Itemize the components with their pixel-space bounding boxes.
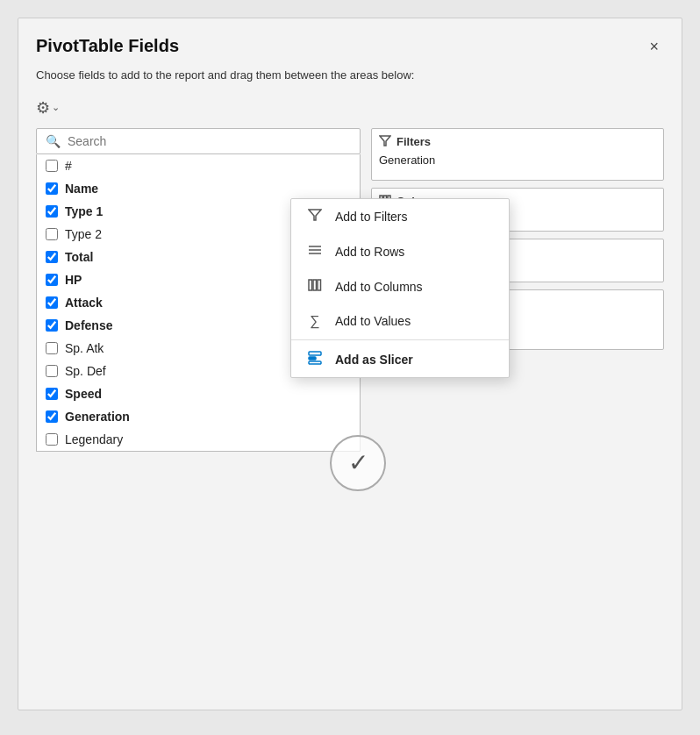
gear-icon: ⚙ (36, 98, 50, 118)
close-button[interactable]: × (644, 37, 664, 56)
context-menu: Add to Filters Add to Rows Add to Column… (290, 198, 510, 378)
field-item-generation[interactable]: Generation (37, 405, 360, 428)
field-label-speed: Speed (65, 387, 102, 401)
panel-subtitle: Choose fields to add to the report and d… (36, 67, 664, 84)
field-checkbox-attack[interactable] (46, 296, 58, 309)
field-checkbox-hash[interactable] (46, 160, 58, 172)
field-item-name[interactable]: Name (37, 177, 360, 200)
field-label-sp_atk: Sp. Atk (65, 341, 104, 355)
search-icon: 🔍 (46, 134, 61, 148)
pivottable-fields-panel: PivotTable Fields × Choose fields to add… (18, 18, 682, 710)
panel-header: PivotTable Fields × (36, 36, 664, 56)
menu-item-add-rows[interactable]: Add to Rows (291, 234, 509, 269)
field-checkbox-hp[interactable] (46, 274, 58, 286)
field-checkbox-legendary[interactable] (46, 433, 58, 446)
menu-divider (291, 339, 509, 340)
menu-item-add-columns-label: Add to Columns (335, 280, 423, 294)
field-label-type1: Type 1 (65, 204, 103, 218)
menu-item-add-columns[interactable]: Add to Columns (291, 269, 509, 304)
panel-title: PivotTable Fields (36, 36, 179, 56)
field-item-speed[interactable]: Speed (37, 382, 360, 405)
svg-marker-7 (309, 210, 321, 220)
menu-item-add-values-label: Add to Values (335, 314, 411, 328)
field-checkbox-sp_def[interactable] (46, 365, 58, 377)
filter-menu-icon (305, 208, 325, 225)
gear-settings-button[interactable]: ⚙ ⌄ (36, 98, 60, 118)
field-label-generation: Generation (65, 410, 130, 424)
menu-item-add-filters[interactable]: Add to Filters (291, 199, 509, 234)
filter-icon (379, 134, 391, 149)
field-item-legendary[interactable]: Legendary (37, 428, 360, 451)
filters-label: Filters (379, 134, 656, 149)
field-label-legendary: Legendary (65, 432, 123, 446)
menu-item-add-slicer-label: Add as Slicer (335, 353, 413, 367)
search-input[interactable] (68, 134, 351, 148)
menu-item-add-values[interactable]: ∑ Add to Values (291, 304, 509, 338)
field-checkbox-total[interactable] (46, 251, 58, 263)
field-checkbox-type2[interactable] (46, 228, 58, 240)
checkmark-icon: ✓ (348, 448, 368, 477)
svg-rect-15 (309, 357, 316, 360)
field-label-sp_def: Sp. Def (65, 364, 106, 378)
field-label-total: Total (65, 250, 93, 264)
menu-item-add-rows-label: Add to Rows (335, 245, 404, 259)
field-label-defense: Defense (65, 318, 112, 332)
slicer-menu-icon (305, 351, 325, 368)
filters-item: Generation (379, 153, 656, 168)
field-label-hp: HP (65, 273, 82, 287)
field-item-hash[interactable]: # (37, 154, 360, 177)
field-checkbox-defense[interactable] (46, 319, 58, 332)
field-label-attack: Attack (65, 296, 103, 310)
field-label-name: Name (65, 182, 98, 196)
svg-rect-13 (318, 280, 321, 290)
main-content: 🔍 #NameType 1Type 2TotalHPAttackDefenseS… (36, 128, 664, 452)
search-box: 🔍 (36, 128, 361, 154)
field-checkbox-speed[interactable] (46, 388, 58, 400)
field-checkbox-type1[interactable] (46, 205, 58, 218)
menu-item-add-slicer[interactable]: Add as Slicer (291, 342, 509, 377)
sigma-menu-icon: ∑ (305, 313, 325, 329)
field-label-type2: Type 2 (65, 227, 102, 241)
svg-marker-0 (380, 136, 390, 146)
rows-menu-icon (305, 243, 325, 260)
area-filters: Filters Generation (371, 128, 664, 181)
field-checkbox-generation[interactable] (46, 410, 58, 423)
toolbar: ⚙ ⌄ (36, 98, 664, 118)
svg-rect-12 (313, 280, 317, 290)
svg-rect-14 (309, 352, 321, 355)
field-checkbox-name[interactable] (46, 182, 58, 195)
field-label-hash: # (65, 159, 72, 173)
menu-item-add-filters-label: Add to Filters (335, 210, 407, 224)
svg-rect-11 (309, 280, 312, 290)
chevron-down-icon: ⌄ (52, 102, 60, 113)
svg-rect-16 (309, 361, 321, 364)
columns-menu-icon (305, 278, 325, 296)
field-checkbox-sp_atk[interactable] (46, 342, 58, 354)
